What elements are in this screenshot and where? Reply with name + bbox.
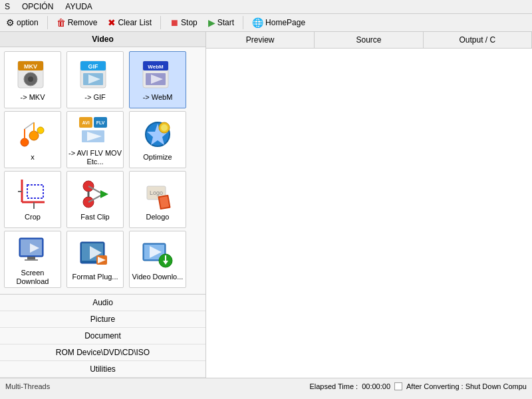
remix-icon-container: [15, 117, 50, 152]
clear-icon: ✖: [108, 17, 116, 28]
optimize-icon-container: [140, 117, 175, 152]
menu-ayuda[interactable]: AYUDA: [63, 1, 94, 12]
status-right: Elapsed Time : 00:00:00 After Converting…: [309, 382, 527, 390]
grid-scroll[interactable]: MKV -> MKV GIF: [0, 47, 205, 294]
mkv-label: -> MKV: [21, 93, 45, 102]
crop-label: Crop: [25, 213, 41, 221]
right-panel: Preview Source Output / C: [206, 32, 532, 378]
svg-text:Logo: Logo: [150, 190, 163, 196]
format-svg: [78, 237, 112, 271]
crop-icon-container: [15, 177, 50, 211]
tool-avi-flv[interactable]: AVI FLV -> AVI FLV MOV Etc...: [66, 111, 124, 168]
screen-svg: [15, 233, 50, 267]
optimize-svg: [140, 117, 175, 152]
webm-label: -> WebM: [143, 93, 173, 102]
tool-webm[interactable]: WebM -> WebM: [129, 51, 186, 108]
tool-mkv[interactable]: MKV -> MKV: [4, 51, 61, 108]
fastclip-icon-container: [78, 177, 112, 211]
videodl-svg: [140, 237, 175, 271]
tool-optimize[interactable]: Optimize: [129, 111, 186, 168]
elapsed-label: Elapsed Time :: [309, 382, 358, 390]
after-label: After Converting : Shut Down Compu: [406, 382, 527, 390]
fastclip-svg: [78, 177, 112, 211]
start-icon: ▶: [208, 17, 215, 28]
tool-grid: MKV -> MKV GIF: [3, 50, 203, 289]
svg-text:AVI: AVI: [82, 120, 89, 125]
delogo-label: Delogo: [146, 213, 170, 221]
remix-svg: [15, 117, 50, 152]
homepage-btn[interactable]: 🌐 HomePage: [249, 16, 309, 29]
svg-marker-41: [100, 190, 108, 198]
delogo-icon-container: Logo: [140, 177, 175, 211]
grid-area: MKV -> MKV GIF: [0, 47, 205, 294]
mkv-svg: MKV: [15, 57, 50, 92]
optimize-label: Optimize: [143, 153, 172, 162]
webm-icon-container: WebM: [140, 57, 175, 92]
tool-fastclip[interactable]: Fast Clip: [66, 171, 124, 228]
cat-utilities[interactable]: Utilities: [0, 361, 205, 378]
start-btn[interactable]: ▶ Start: [205, 16, 237, 29]
svg-rect-33: [27, 185, 43, 198]
stop-btn[interactable]: ⏹ Stop: [166, 16, 201, 29]
screen-icon-container: [15, 233, 50, 267]
svg-point-17: [37, 127, 44, 134]
left-panel: Video MKV: [0, 32, 206, 378]
menu-s[interactable]: S: [3, 1, 12, 12]
cat-audio[interactable]: Audio: [0, 295, 205, 311]
svg-rect-49: [25, 259, 38, 261]
cat-rom[interactable]: ROM Device\DVD\CD\ISO: [0, 344, 205, 361]
fastclip-label: Fast Clip: [80, 213, 109, 221]
svg-line-20: [25, 122, 34, 129]
mkv-icon-container: MKV: [15, 57, 50, 92]
aviflv-icon-container: AVI FLV: [78, 113, 112, 148]
status-threads: Multi-Threads: [5, 382, 50, 390]
aviflv-svg: AVI FLV: [78, 113, 112, 148]
gif-svg: GIF: [78, 57, 112, 92]
cat-picture[interactable]: Picture: [0, 311, 205, 328]
gif-icon-container: GIF: [78, 57, 112, 92]
svg-text:MKV: MKV: [24, 63, 37, 70]
stop-icon: ⏹: [170, 17, 179, 28]
remove-icon: 🗑: [57, 17, 66, 28]
webm-svg: WebM: [140, 57, 175, 92]
right-content: [206, 49, 532, 378]
cat-document[interactable]: Document: [0, 328, 205, 344]
tool-gif[interactable]: GIF -> GIF: [66, 51, 124, 108]
format-icon-container: [78, 237, 112, 271]
tool-crop[interactable]: Crop: [4, 171, 61, 228]
right-header: Preview Source Output / C: [206, 32, 532, 49]
svg-point-30: [161, 124, 168, 131]
category-header: Video: [0, 32, 205, 47]
separator: [47, 16, 48, 29]
videodl-label: Video Downlo...: [132, 273, 184, 281]
col-output: Output / C: [424, 32, 532, 48]
remix-label: x: [31, 153, 35, 162]
screen-label: Screen Download: [5, 269, 61, 286]
toolbar: ⚙ option 🗑 Remove ✖ Clear List ⏹ Stop ▶ …: [0, 14, 532, 32]
separator3: [243, 16, 243, 29]
shutdown-checkbox[interactable]: [394, 382, 402, 390]
gif-label: -> GIF: [84, 93, 105, 102]
separator2: [160, 16, 161, 29]
tool-videodl[interactable]: Video Downlo...: [129, 231, 186, 288]
main-layout: Video MKV: [0, 32, 532, 378]
menu-opcion[interactable]: OPCIÓN: [20, 1, 55, 12]
col-source: Source: [315, 32, 423, 48]
tool-remix[interactable]: x: [4, 111, 61, 168]
status-bar: Multi-Threads Elapsed Time : 00:00:00 Af…: [0, 378, 532, 394]
tool-delogo[interactable]: Logo Delogo: [129, 171, 186, 228]
option-icon: ⚙: [6, 17, 15, 28]
col-preview: Preview: [206, 32, 315, 48]
elapsed-value: 00:00:00: [362, 382, 390, 390]
tool-screen[interactable]: Screen Download: [4, 231, 61, 288]
option-btn[interactable]: ⚙ option: [3, 16, 42, 29]
crop-svg: [15, 177, 50, 211]
svg-point-4: [28, 76, 33, 82]
category-list: Audio Picture Document ROM Device\DVD\CD…: [0, 294, 205, 378]
menu-bar: S OPCIÓN AYUDA: [0, 0, 532, 14]
remove-btn[interactable]: 🗑 Remove: [53, 16, 101, 29]
clear-list-btn[interactable]: ✖ Clear List: [104, 16, 155, 29]
svg-text:GIF: GIF: [88, 63, 99, 70]
tool-format[interactable]: Format Plug...: [66, 231, 124, 288]
svg-text:FLV: FLV: [96, 120, 105, 125]
